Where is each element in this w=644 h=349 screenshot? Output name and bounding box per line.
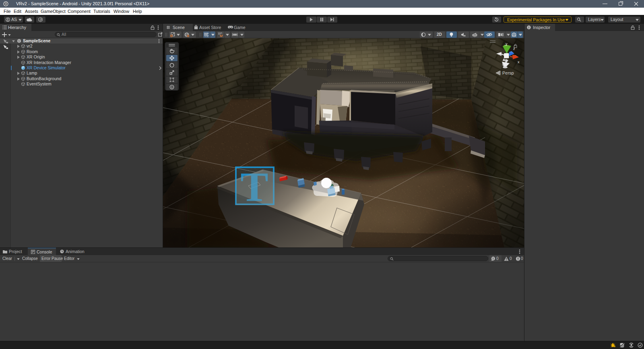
svg-text:x: x (518, 60, 520, 64)
svg-text:y: y (506, 42, 508, 46)
svg-text:Persp: Persp (502, 71, 514, 75)
svg-text:z: z (513, 47, 515, 51)
